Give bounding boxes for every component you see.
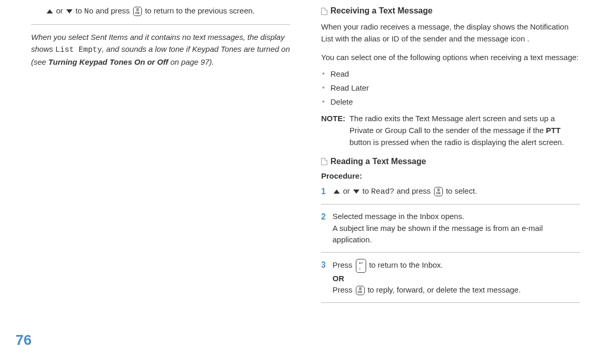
read-prompt: Read? bbox=[371, 187, 395, 196]
step-2-line-2: A subject line may be shown if the messa… bbox=[333, 224, 543, 244]
text-and-press: and press bbox=[94, 6, 132, 15]
text-or: or bbox=[54, 6, 65, 15]
text-to: to bbox=[74, 6, 84, 15]
up-arrow-icon bbox=[47, 9, 53, 13]
step-1-text: or to Read? and press ☰OK to select. bbox=[333, 185, 580, 198]
doc-icon bbox=[321, 8, 327, 15]
note-block: NOTE: The radio exits the Text Message a… bbox=[321, 112, 580, 149]
step-number-1: 1 bbox=[321, 185, 333, 198]
note-text: The radio exits the Text Message alert s… bbox=[350, 112, 580, 149]
empty-list-note: When you select Sent Items and it contai… bbox=[31, 31, 290, 68]
text-reply: to reply, forward, or delete the text me… bbox=[366, 285, 521, 294]
text-to: to bbox=[360, 186, 371, 195]
ok-button-icon: ☰OK bbox=[356, 286, 365, 295]
step-3-text: Press ↩⌂ to return to the Inbox. OR Pres… bbox=[333, 259, 580, 296]
down-arrow-icon bbox=[353, 190, 359, 194]
option-read-later: Read Later bbox=[321, 83, 580, 92]
ok-button-icon: ☰OK bbox=[434, 187, 443, 196]
heading-receiving-text: Receiving a Text Message bbox=[330, 6, 432, 15]
heading-receiving: Receiving a Text Message bbox=[321, 6, 580, 16]
options-list: Read Read Later Delete bbox=[321, 69, 580, 106]
back-button-icon: ↩⌂ bbox=[356, 259, 366, 273]
up-arrow-icon bbox=[334, 190, 340, 194]
step-2-line-1: Selected message in the Inbox opens. bbox=[333, 212, 464, 221]
ptt-label: PTT bbox=[546, 126, 560, 135]
cross-reference: Turning Keypad Tones On or Off bbox=[48, 57, 168, 66]
step-2: 2 Selected message in the Inbox opens. A… bbox=[321, 211, 580, 253]
left-column: or to No and press ☰OK to return to the … bbox=[31, 5, 290, 309]
list-empty-text: List Empty bbox=[55, 46, 102, 54]
option-no: No bbox=[84, 7, 94, 16]
text-press-1: Press bbox=[333, 260, 355, 269]
text-and-press: and press bbox=[395, 186, 433, 195]
text-return-inbox: to return to the Inbox. bbox=[367, 260, 443, 269]
text-select: to select. bbox=[444, 186, 477, 195]
step-number-3: 3 bbox=[321, 259, 333, 271]
ok-button-icon: ☰OK bbox=[133, 7, 142, 16]
heading-reading: Reading a Text Message bbox=[321, 157, 580, 166]
page-number: 76 bbox=[16, 332, 32, 348]
step-3: 3 Press ↩⌂ to return to the Inbox. OR Pr… bbox=[321, 259, 580, 303]
text-return: to return to the previous screen. bbox=[143, 6, 255, 15]
receiving-para-1: When your radio receives a message, the … bbox=[321, 21, 580, 45]
receiving-para-2: You can select one of the following opti… bbox=[321, 51, 580, 63]
option-delete: Delete bbox=[321, 97, 580, 106]
procedure-label: Procedure: bbox=[321, 171, 580, 180]
right-column: Receiving a Text Message When your radio… bbox=[321, 5, 580, 309]
option-read: Read bbox=[321, 69, 580, 78]
text-press-2: Press bbox=[333, 285, 355, 294]
step-fragment: or to No and press ☰OK to return to the … bbox=[31, 5, 290, 25]
note-text-c: on page 97). bbox=[168, 57, 214, 66]
down-arrow-icon bbox=[66, 9, 73, 13]
note-label: NOTE: bbox=[321, 112, 345, 149]
text-or: or bbox=[341, 186, 352, 195]
step-2-text: Selected message in the Inbox opens. A s… bbox=[333, 211, 580, 246]
step-number-2: 2 bbox=[321, 211, 333, 223]
note-body-b: button is pressed when the radio is disp… bbox=[350, 138, 564, 147]
doc-icon bbox=[321, 158, 327, 165]
text-or-line: OR bbox=[333, 274, 344, 283]
heading-reading-text: Reading a Text Message bbox=[330, 157, 426, 166]
step-1: 1 or to Read? and press ☰OK to select. bbox=[321, 185, 580, 205]
note-body-a: The radio exits the Text Message alert s… bbox=[350, 114, 555, 135]
